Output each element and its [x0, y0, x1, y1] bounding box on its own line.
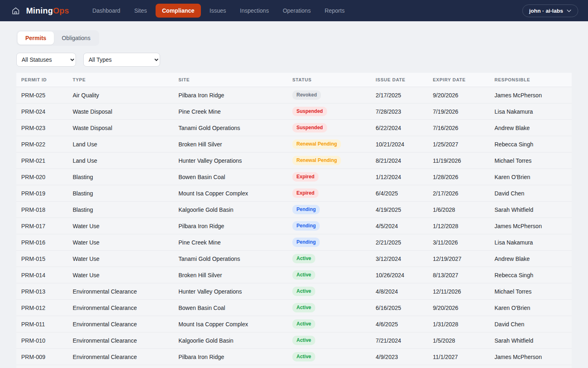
issue-date-cell: 10/21/2024	[376, 141, 433, 148]
responsible-cell: Lisa Nakamura	[494, 239, 567, 246]
nav-item-inspections[interactable]: Inspections	[235, 4, 274, 17]
permit-id-cell: PRM-016	[21, 239, 73, 246]
status-cell: Active	[292, 336, 376, 345]
site-cell: Mount Isa Copper Complex	[178, 321, 292, 328]
col-header-status: Status	[292, 77, 376, 82]
status-badge: Active	[292, 287, 315, 296]
site-cell: Tanami Gold Operations	[178, 256, 292, 262]
nav-item-dashboard[interactable]: Dashboard	[87, 4, 126, 17]
responsible-cell: Andrew Blake	[494, 256, 567, 262]
app-logo: MiningOps	[26, 6, 69, 16]
permit-id-cell: PRM-011	[21, 321, 73, 328]
status-cell: Active	[292, 270, 376, 279]
tab-permits[interactable]: Permits	[18, 31, 54, 45]
status-cell: Renewal Pending	[292, 139, 376, 148]
status-badge: Active	[292, 270, 315, 279]
site-cell: Mount Isa Copper Complex	[178, 190, 292, 197]
filters-bar: All Statuses All Types	[16, 53, 572, 67]
issue-date-cell: 8/21/2024	[376, 157, 433, 164]
table-row: PRM-009Environmental ClearancePilbara Ir…	[16, 349, 572, 365]
responsible-cell: James McPherson	[494, 223, 567, 229]
table-row: PRM-014Water UseBroken Hill SilverActive…	[16, 267, 572, 283]
type-cell: Environmental Clearance	[73, 305, 178, 311]
responsible-cell: James McPherson	[494, 354, 567, 360]
expiry-date-cell: 1/28/2026	[433, 174, 494, 180]
type-cell: Environmental Clearance	[73, 321, 178, 328]
issue-date-cell: 4/9/2023	[376, 354, 433, 360]
issue-date-cell: 4/19/2025	[376, 206, 433, 213]
type-filter-select[interactable]: All Types	[83, 53, 160, 67]
type-cell: Blasting	[73, 206, 178, 213]
type-cell: Water Use	[73, 239, 178, 246]
chevron-down-icon	[567, 9, 571, 12]
expiry-date-cell: 2/17/2026	[433, 190, 494, 197]
table-row: PRM-024Waste DisposalPine Creek MineSusp…	[16, 103, 572, 120]
responsible-cell: Rebecca Singh	[494, 141, 567, 148]
status-cell: Active	[292, 319, 376, 328]
permit-id-cell: PRM-021	[21, 157, 73, 164]
col-header-expiry-date: Expiry Date	[433, 77, 494, 82]
table-row: PRM-022Land UseBroken Hill SilverRenewal…	[16, 136, 572, 153]
status-badge: Pending	[292, 238, 320, 247]
table-row: PRM-021Land UseHunter Valley OperationsR…	[16, 153, 572, 169]
col-header-responsible: Responsible	[494, 77, 567, 82]
issue-date-cell: 2/17/2025	[376, 92, 433, 99]
table-row: PRM-023Waste DisposalTanami Gold Operati…	[16, 120, 572, 136]
status-badge: Revoked	[292, 90, 321, 99]
type-cell: Blasting	[73, 190, 178, 197]
responsible-cell: Andrew Blake	[494, 125, 567, 131]
status-badge: Suspended	[292, 123, 327, 132]
responsible-cell: Sarah Whitfield	[494, 337, 567, 344]
nav-item-issues[interactable]: Issues	[204, 4, 231, 17]
table-row: PRM-020BlastingBowen Basin CoalExpired1/…	[16, 169, 572, 185]
table-body: PRM-025Air QualityPilbara Iron RidgeRevo…	[16, 87, 572, 368]
user-menu-button[interactable]: john · ai-labs	[522, 4, 578, 17]
type-cell: Waste Disposal	[73, 125, 178, 131]
permit-id-cell: PRM-020	[21, 174, 73, 180]
issue-date-cell: 6/4/2025	[376, 190, 433, 197]
permit-id-cell: PRM-010	[21, 337, 73, 344]
status-badge: Renewal Pending	[292, 156, 341, 165]
expiry-date-cell: 7/19/2026	[433, 108, 494, 115]
type-cell: Environmental Clearance	[73, 354, 178, 360]
status-cell: Renewal Pending	[292, 156, 376, 165]
nav-item-sites[interactable]: Sites	[129, 4, 152, 17]
app-logo-accent: Ops	[53, 6, 69, 15]
status-badge: Expired	[292, 172, 318, 181]
responsible-cell: Karen O'Brien	[494, 174, 567, 180]
expiry-date-cell: 1/31/2028	[433, 321, 494, 328]
permit-id-cell: PRM-012	[21, 305, 73, 311]
site-cell: Kalgoorlie Gold Basin	[178, 337, 292, 344]
status-badge: Active	[292, 352, 315, 361]
permit-id-cell: PRM-018	[21, 206, 73, 213]
issue-date-cell: 3/12/2024	[376, 256, 433, 262]
issue-date-cell: 1/12/2024	[376, 174, 433, 180]
issue-date-cell: 7/21/2024	[376, 337, 433, 344]
type-cell: Water Use	[73, 272, 178, 278]
table-row: PRM-025Air QualityPilbara Iron RidgeRevo…	[16, 87, 572, 103]
status-badge: Active	[292, 319, 315, 328]
issue-date-cell: 7/28/2023	[376, 108, 433, 115]
permit-id-cell: PRM-017	[21, 223, 73, 229]
tab-obligations[interactable]: Obligations	[54, 31, 98, 45]
type-cell: Water Use	[73, 256, 178, 262]
permit-id-cell: PRM-022	[21, 141, 73, 148]
expiry-date-cell: 11/1/2027	[433, 354, 494, 360]
nav-item-reports[interactable]: Reports	[319, 4, 350, 17]
home-button[interactable]	[10, 5, 21, 16]
issue-date-cell: 2/21/2025	[376, 239, 433, 246]
type-cell: Environmental Clearance	[73, 337, 178, 344]
type-cell: Air Quality	[73, 92, 178, 99]
status-filter-select[interactable]: All Statuses	[16, 53, 76, 67]
status-badge: Expired	[292, 188, 318, 197]
issue-date-cell: 4/5/2024	[376, 223, 433, 229]
expiry-date-cell: 1/5/2028	[433, 337, 494, 344]
type-cell: Blasting	[73, 174, 178, 180]
permit-id-cell: PRM-013	[21, 288, 73, 295]
nav-item-operations[interactable]: Operations	[277, 4, 316, 17]
expiry-date-cell: 9/20/2026	[433, 305, 494, 311]
table-row: PRM-018BlastingKalgoorlie Gold BasinPend…	[16, 202, 572, 218]
status-cell: Expired	[292, 172, 376, 181]
responsible-cell: Karen O'Brien	[494, 305, 567, 311]
nav-item-compliance[interactable]: Compliance	[156, 4, 201, 18]
